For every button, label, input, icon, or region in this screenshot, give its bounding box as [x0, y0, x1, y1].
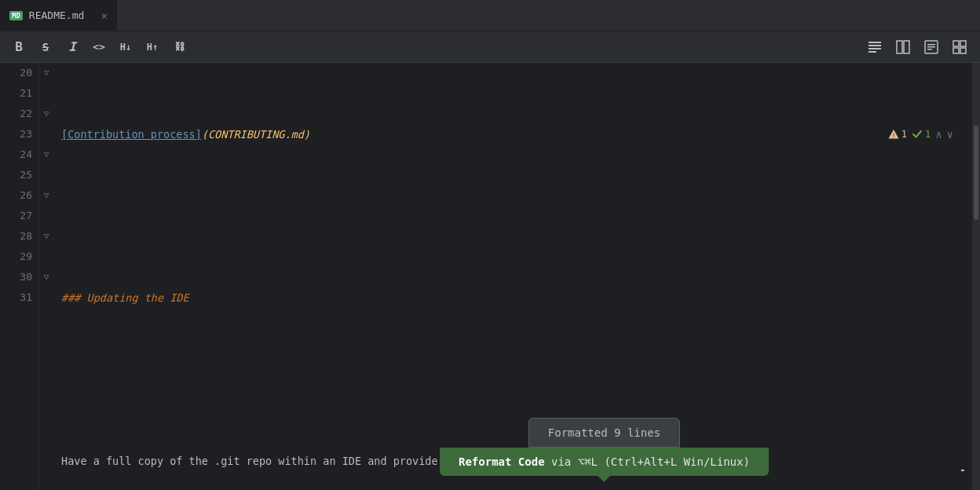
svg-rect-8 — [927, 46, 935, 48]
line-numbers: 20 21 22 23 24 25 26 27 28 29 30 31 — [0, 63, 39, 490]
bold-button[interactable]: B — [8, 36, 30, 58]
svg-rect-4 — [897, 41, 902, 53]
italic-button[interactable]: I — [61, 36, 83, 58]
tooltip-arrow — [598, 476, 610, 482]
view-text-icon — [867, 39, 883, 55]
nav-down-button[interactable]: ∨ — [947, 124, 953, 144]
check-badge: 1 — [912, 124, 931, 144]
reformat-shortcut: via ⌥⌘L (Ctrl+Alt+L Win/Linux) — [551, 455, 750, 468]
line-20: [Contribution process](CONTRIBUTING.md) … — [61, 124, 964, 144]
view-text-button[interactable] — [862, 35, 887, 60]
svg-rect-11 — [960, 41, 966, 46]
md-icon: MD — [9, 11, 23, 20]
tooltip-container: Formatted 9 lines Reformat Code via ⌥⌘L … — [440, 418, 769, 482]
svg-rect-1 — [868, 45, 881, 46]
check-icon — [912, 129, 923, 140]
view-preview-icon — [923, 39, 939, 55]
code-button[interactable]: <> — [88, 36, 110, 58]
editor-container: 20 21 22 23 24 25 26 27 28 29 30 31 ▽ ▽ … — [0, 63, 980, 490]
scrollbar[interactable] — [972, 63, 980, 490]
view-preview-button[interactable] — [919, 35, 944, 60]
line-21 — [61, 206, 964, 226]
svg-rect-12 — [953, 48, 959, 53]
fold-arrow-20[interactable]: ▽ — [44, 63, 49, 83]
svg-rect-0 — [868, 42, 881, 43]
warning-badge: ! 1 — [888, 124, 907, 144]
svg-rect-9 — [927, 49, 932, 50]
strikethrough-button[interactable]: S — [35, 36, 57, 58]
svg-rect-5 — [904, 41, 909, 53]
tooltip-reformat[interactable]: Reformat Code via ⌥⌘L (Ctrl+Alt+L Win/Li… — [440, 448, 769, 476]
fold-arrow-26[interactable]: ▽ — [44, 185, 49, 206]
readme-tab[interactable]: MD README.md × — [0, 0, 118, 31]
toolbar: B S I <> H↓ H↑ ⛓ — [0, 31, 980, 63]
view-split-button[interactable] — [890, 35, 916, 60]
warning-icon: ! — [888, 129, 899, 140]
line-23 — [61, 369, 964, 389]
nav-up-button[interactable]: ∧ — [935, 124, 942, 144]
link-button[interactable]: ⛓ — [168, 36, 190, 58]
svg-rect-2 — [868, 48, 881, 49]
heading-increase-button[interactable]: H↑ — [141, 36, 163, 58]
tab-filename: README.md — [29, 9, 84, 21]
view-split-icon — [895, 39, 911, 55]
svg-rect-13 — [960, 48, 966, 53]
scrollbar-thumb[interactable] — [974, 126, 978, 220]
fold-arrow-24[interactable]: ▽ — [44, 144, 49, 165]
view-auto-button[interactable] — [947, 35, 972, 60]
view-auto-icon — [952, 39, 967, 55]
heading-decrease-button[interactable]: H↓ — [115, 36, 137, 58]
fold-arrow-22[interactable]: ▽ — [44, 104, 49, 124]
tab-bar: MD README.md × — [0, 0, 980, 31]
tooltip-formatted: Formatted 9 lines — [528, 418, 680, 448]
fold-arrow-28[interactable]: ▽ — [44, 226, 49, 247]
reformat-label: Reformat Code — [459, 455, 545, 468]
svg-rect-10 — [953, 41, 959, 46]
view-toggles — [862, 35, 972, 60]
svg-text:!: ! — [892, 133, 895, 139]
fold-arrow-30[interactable]: ▽ — [44, 267, 49, 287]
svg-rect-3 — [868, 51, 876, 53]
line-22: ### Updating the IDE — [61, 287, 964, 308]
svg-rect-7 — [927, 44, 935, 46]
tab-close-button[interactable]: × — [101, 9, 108, 22]
